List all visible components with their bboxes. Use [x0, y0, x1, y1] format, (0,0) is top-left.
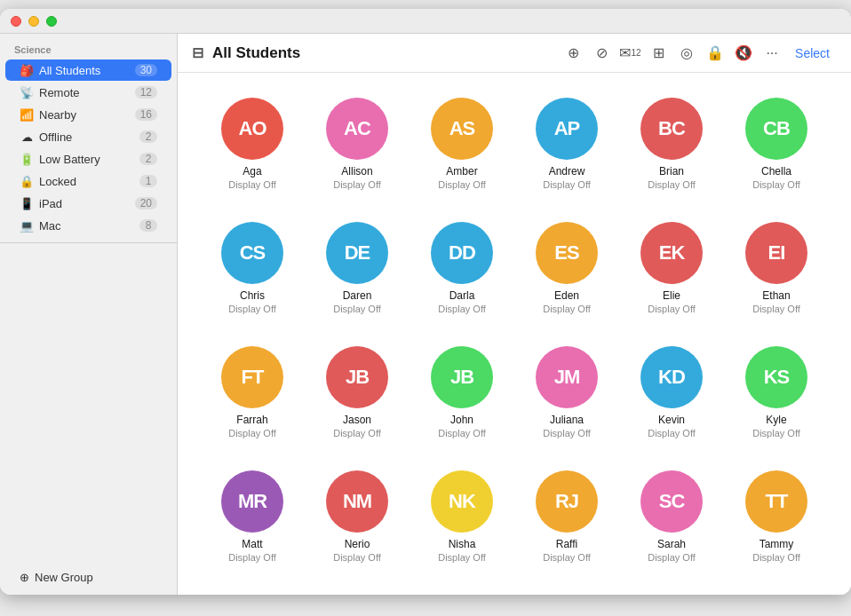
sidebar-item-mac[interactable]: 💻 Mac 8	[5, 215, 171, 236]
eye-off-icon[interactable]: ◎	[674, 41, 699, 66]
avatar-nerio: NM	[326, 470, 388, 533]
student-name-elie: Elie	[663, 289, 680, 302]
student-status-farrah: Display Off	[228, 428, 276, 438]
header-actions: ⊕ ⊘ ✉12 ⊞ ◎ 🔒 🔇 ··· Select	[561, 41, 837, 66]
student-status-brian: Display Off	[648, 179, 696, 190]
student-cell-tammy[interactable]: TT Tammy Display Off	[728, 463, 824, 570]
student-status-daren: Display Off	[333, 304, 381, 314]
sidebar-item-all-students[interactable]: 🎒 All Students 30	[5, 59, 171, 81]
sidebar-count-locked: 1	[139, 175, 157, 187]
layers-icon[interactable]: ⊕	[561, 41, 585, 66]
no-disturb-icon[interactable]: ⊘	[589, 41, 614, 66]
student-cell-nisha[interactable]: NK Nisha Display Off	[414, 463, 510, 570]
avatar-darla: DD	[431, 222, 493, 284]
avatar-tammy: TT	[745, 470, 807, 533]
student-name-brian: Brian	[659, 165, 684, 178]
student-cell-kyle[interactable]: KS Kyle Display Off	[728, 339, 824, 446]
student-cell-raffi[interactable]: RJ Raffi Display Off	[519, 463, 615, 570]
avatar-matt: MR	[221, 470, 283, 533]
avatar-chris: CS	[221, 222, 283, 284]
sidebar-item-locked[interactable]: 🔒 Locked 1	[5, 170, 171, 192]
sidebar-label-all-students: All Students	[39, 64, 130, 77]
sidebar-count-mac: 8	[139, 219, 157, 232]
student-cell-aga[interactable]: AO Aga Display Off	[204, 91, 300, 197]
avatar-farrah: FT	[221, 346, 283, 408]
main-header: ⊟ All Students ⊕ ⊘ ✉12 ⊞ ◎ 🔒 🔇 ··· Selec…	[178, 34, 851, 73]
student-name-jason: Jason	[343, 414, 371, 426]
student-cell-daren[interactable]: DE Daren Display Off	[309, 215, 405, 321]
student-status-elie: Display Off	[648, 304, 696, 314]
avatar-raffi: RJ	[536, 470, 598, 533]
student-name-aga: Aga	[243, 165, 261, 178]
student-cell-chella[interactable]: CB Chella Display Off	[728, 91, 824, 197]
avatar-brian: BC	[640, 98, 703, 160]
student-status-raffi: Display Off	[543, 552, 591, 563]
student-status-jason: Display Off	[333, 428, 381, 438]
student-name-tammy: Tammy	[760, 538, 794, 550]
student-name-raffi: Raffi	[556, 538, 577, 550]
student-status-ethan: Display Off	[752, 304, 800, 314]
avatar-andrew: AP	[536, 98, 598, 160]
sidebar-item-offline[interactable]: ☁ Offline 2	[5, 126, 171, 147]
student-name-darla: Darla	[449, 289, 475, 302]
student-name-amber: Amber	[446, 165, 477, 178]
student-status-juliana: Display Off	[543, 428, 591, 438]
student-cell-juliana[interactable]: JM Juliana Display Off	[519, 339, 615, 446]
page-footer: Smart Groups	[0, 595, 851, 616]
student-cell-matt[interactable]: MR Matt Display Off	[204, 463, 300, 570]
sidebar-items: 🎒 All Students 30 📡 Remote 12 📶 Nearby 1…	[0, 59, 177, 237]
new-group-button[interactable]: ⊕ New Group	[5, 567, 171, 588]
sidebar-item-nearby[interactable]: 📶 Nearby 16	[5, 104, 171, 125]
student-name-kyle: Kyle	[766, 414, 786, 426]
sidebar-count-low-battery: 2	[139, 153, 157, 165]
close-button[interactable]	[11, 16, 21, 27]
student-status-andrew: Display Off	[543, 179, 591, 190]
student-cell-sarah[interactable]: SC Sarah Display Off	[624, 463, 720, 570]
student-status-john: Display Off	[438, 428, 486, 438]
more-icon[interactable]: ···	[760, 41, 784, 66]
avatar-nisha: NK	[431, 470, 493, 533]
maximize-button[interactable]	[46, 16, 57, 27]
sidebar-count-ipad: 20	[135, 197, 157, 209]
avatar-sarah: SC	[640, 470, 703, 533]
student-cell-amber[interactable]: AS Amber Display Off	[414, 91, 510, 197]
main-content: ⊟ All Students ⊕ ⊘ ✉12 ⊞ ◎ 🔒 🔇 ··· Selec…	[178, 34, 851, 595]
student-cell-brian[interactable]: BC Brian Display Off	[624, 91, 720, 197]
student-cell-allison[interactable]: AC Allison Display Off	[309, 91, 405, 197]
student-cell-kevin[interactable]: KD Kevin Display Off	[624, 339, 720, 446]
sidebar-item-ipad[interactable]: 📱 iPad 20	[5, 193, 171, 214]
student-status-darla: Display Off	[438, 304, 486, 314]
sidebar-label-offline: Offline	[39, 130, 134, 144]
student-cell-darla[interactable]: DD Darla Display Off	[414, 215, 510, 321]
sidebar-label-nearby: Nearby	[39, 108, 130, 122]
student-name-daren: Daren	[343, 289, 372, 302]
student-cell-farrah[interactable]: FT Farrah Display Off	[204, 339, 300, 446]
student-name-matt: Matt	[242, 538, 262, 550]
sidebar-icon-locked: 🔒	[20, 174, 34, 188]
mail-icon[interactable]: ✉12	[617, 41, 642, 66]
select-button[interactable]: Select	[788, 43, 837, 64]
student-cell-nerio[interactable]: NM Nerio Display Off	[309, 463, 405, 570]
mute-icon[interactable]: 🔇	[731, 41, 756, 66]
student-cell-chris[interactable]: CS Chris Display Off	[204, 215, 300, 321]
student-cell-ethan[interactable]: EI Ethan Display Off	[728, 215, 824, 321]
student-cell-elie[interactable]: EK Elie Display Off	[624, 215, 720, 321]
sidebar-toggle-icon[interactable]: ⊟	[192, 44, 203, 61]
student-name-allison: Allison	[341, 165, 372, 178]
sidebar-label-mac: Mac	[39, 219, 134, 233]
avatar-allison: AC	[326, 98, 388, 160]
student-status-kevin: Display Off	[648, 428, 696, 438]
sidebar-item-remote[interactable]: 📡 Remote 12	[5, 82, 171, 103]
sidebar-count-remote: 12	[135, 86, 157, 99]
student-cell-eden[interactable]: ES Eden Display Off	[519, 215, 615, 321]
student-cell-jason[interactable]: JB Jason Display Off	[309, 339, 405, 446]
lock-icon[interactable]: 🔒	[703, 41, 728, 66]
student-cell-andrew[interactable]: AP Andrew Display Off	[519, 91, 615, 197]
student-name-andrew: Andrew	[549, 165, 585, 178]
avatar-juliana: JM	[536, 346, 598, 408]
sidebar-item-low-battery[interactable]: 🔋 Low Battery 2	[5, 148, 171, 170]
grid-icon[interactable]: ⊞	[646, 41, 671, 66]
minimize-button[interactable]	[28, 16, 39, 27]
student-cell-john[interactable]: JB John Display Off	[414, 339, 510, 446]
student-name-farrah: Farrah	[236, 414, 267, 426]
